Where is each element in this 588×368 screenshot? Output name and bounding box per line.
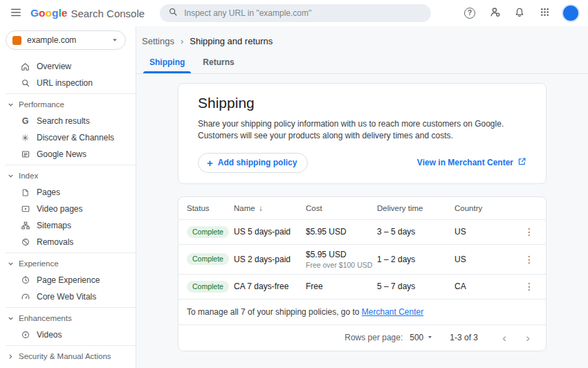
merchant-center-link-label: View in Merchant Center	[417, 158, 513, 167]
sidebar-item-label: Core Web Vitals	[37, 292, 96, 302]
table-row: Complete CA 7 days-free Free 5 – 7 days …	[178, 274, 546, 299]
plus-icon: +	[207, 158, 213, 168]
status-badge: Complete	[187, 226, 229, 238]
search-console-app: G o o g l e Search Console ?	[0, 0, 588, 368]
table-footer-note: To manage all 7 of your shipping policie…	[178, 299, 546, 324]
sidebar-group-label: Security & Manual Actions	[19, 352, 111, 360]
property-selector[interactable]: example.com	[6, 30, 126, 50]
sidebar-divider	[6, 345, 136, 346]
logo-letter: o	[39, 7, 45, 19]
chevron-right-icon: ›	[181, 36, 183, 46]
view-in-merchant-center-link[interactable]: View in Merchant Center	[417, 157, 526, 168]
removals-icon	[20, 237, 30, 248]
column-header-name[interactable]: Name ↓	[234, 203, 306, 213]
property-name: example.com	[27, 35, 106, 45]
apps-grid-icon	[540, 7, 550, 19]
news-icon	[20, 149, 30, 160]
breadcrumb: Settings › Shipping and returns	[136, 26, 588, 53]
sidebar: example.com Overview URL inspection	[0, 26, 136, 368]
previous-page-button[interactable]: ‹	[496, 329, 513, 346]
tab-shipping[interactable]: Shipping	[140, 53, 194, 73]
logo-letter: e	[62, 7, 68, 19]
breadcrumb-settings-link[interactable]: Settings	[142, 36, 174, 46]
row-actions-menu-button[interactable]: ⋮	[521, 254, 538, 265]
sidebar-item-search-results[interactable]: G Search results	[0, 113, 136, 129]
help-button[interactable]: ?	[459, 3, 480, 24]
row-actions-menu-button[interactable]: ⋮	[521, 226, 538, 237]
logo-letter: G	[30, 7, 39, 19]
account-avatar[interactable]	[562, 4, 580, 22]
merchant-center-footer-link[interactable]: Merchant Center	[362, 307, 423, 317]
breadcrumb-current-page: Shipping and returns	[190, 36, 273, 46]
column-header-status[interactable]: Status	[187, 204, 234, 212]
chevron-down-icon	[7, 172, 15, 180]
tab-returns[interactable]: Returns	[194, 53, 243, 73]
sidebar-group-security-manual-actions[interactable]: Security & Manual Actions	[0, 348, 136, 365]
table-row: Complete US 2 days-paid $5.95 USD Free o…	[178, 244, 546, 274]
pages-icon	[20, 187, 30, 198]
sidebar-divider	[6, 93, 136, 94]
column-header-country[interactable]: Country	[454, 204, 521, 212]
status-badge: Complete	[187, 281, 229, 293]
rows-per-page-select[interactable]: 500	[410, 333, 433, 342]
table-row: Complete US 5 days-paid $5.95 USD 3 – 5 …	[178, 219, 546, 244]
page-title: Shipping	[198, 95, 526, 111]
external-link-icon	[517, 157, 526, 168]
sidebar-group-enhancements[interactable]: Enhancements	[0, 310, 136, 326]
sidebar-group-index[interactable]: Index	[0, 167, 136, 184]
sidebar-item-removals[interactable]: Removals	[0, 234, 136, 250]
add-shipping-policy-button[interactable]: + Add shipping policy	[198, 153, 308, 173]
sidebar-item-pages[interactable]: Pages	[0, 184, 136, 201]
policy-name: US 5 days-paid	[234, 227, 306, 237]
notifications-button[interactable]	[509, 3, 530, 24]
sidebar-item-video-pages[interactable]: Video pages	[0, 201, 136, 217]
sidebar-item-google-news[interactable]: Google News	[0, 146, 136, 163]
sidebar-item-core-web-vitals[interactable]: Core Web Vitals	[0, 288, 136, 305]
column-header-cost[interactable]: Cost	[306, 204, 377, 212]
policy-delivery-time: 1 – 2 days	[377, 255, 454, 264]
url-inspection-input[interactable]	[184, 8, 423, 18]
sidebar-item-videos[interactable]: Videos	[0, 326, 136, 343]
shipping-description: Share your shipping policy information w…	[198, 118, 511, 142]
sort-descending-icon: ↓	[259, 203, 263, 213]
sidebar-group-label: Experience	[19, 259, 59, 268]
user-settings-icon	[489, 6, 501, 20]
search-icon	[168, 7, 178, 19]
sidebar-group-performance[interactable]: Performance	[0, 96, 136, 113]
column-header-delivery-time[interactable]: Delivery time	[377, 204, 454, 212]
logo-letter: g	[52, 7, 58, 19]
sidebar-item-label: Overview	[37, 62, 71, 71]
discover-icon: ✳	[20, 133, 30, 143]
sidebar-item-sitemaps[interactable]: Sitemaps	[0, 217, 136, 234]
sidebar-group-label: Performance	[19, 100, 64, 109]
sidebar-item-label: Pages	[37, 187, 60, 197]
column-header-label: Country	[454, 204, 482, 212]
status-badge: Complete	[187, 253, 229, 265]
sidebar-item-label: Removals	[37, 237, 73, 247]
url-inspection-searchbar[interactable]	[160, 4, 431, 22]
chevron-right-icon	[7, 352, 15, 360]
hamburger-icon	[10, 6, 22, 21]
sidebar-item-url-inspection[interactable]: URL inspection	[0, 75, 136, 91]
product-name: Search Console	[71, 8, 145, 19]
menu-button[interactable]	[6, 3, 26, 24]
sidebar-item-discover-channels[interactable]: ✳ Discover & Channels	[0, 129, 136, 146]
main-content: Settings › Shipping and returns Shipping…	[136, 26, 588, 368]
sidebar-item-label: Discover & Channels	[37, 133, 114, 142]
next-page-button[interactable]: ›	[520, 329, 536, 346]
column-header-label: Status	[187, 204, 210, 212]
sidebar-item-overview[interactable]: Overview	[0, 58, 136, 75]
account-settings-button[interactable]	[484, 3, 505, 24]
sidebar-group-experience[interactable]: Experience	[0, 255, 136, 272]
sidebar-group-label: Enhancements	[19, 314, 72, 322]
search-icon	[20, 78, 30, 89]
rows-per-page-label: Rows per page:	[344, 333, 403, 342]
top-bar-actions: ?	[459, 3, 580, 24]
google-apps-button[interactable]	[534, 3, 555, 24]
sidebar-item-label: Page Experience	[37, 275, 100, 285]
help-icon: ?	[464, 8, 475, 19]
policy-country: US	[454, 255, 521, 264]
row-actions-menu-button[interactable]: ⋮	[521, 281, 538, 292]
sidebar-item-page-experience[interactable]: Page Experience	[0, 272, 136, 288]
app-logo[interactable]: G o o g l e Search Console	[30, 7, 145, 19]
